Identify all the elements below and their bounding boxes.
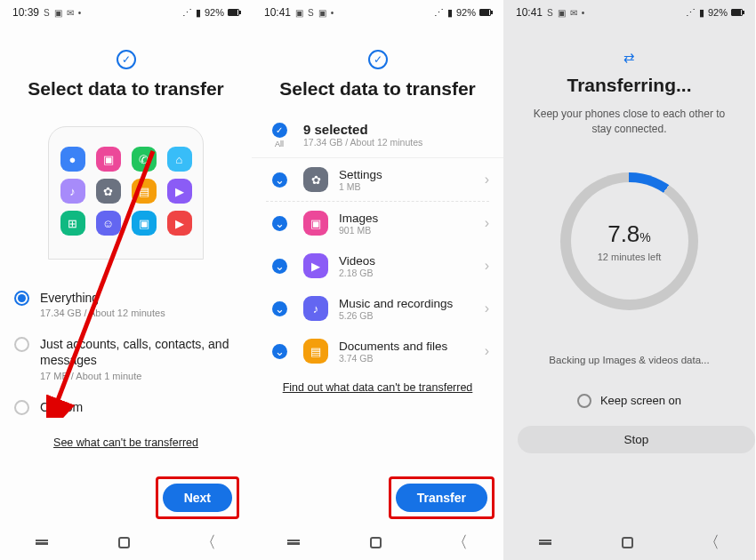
app-icon: ⊞ [60, 211, 85, 236]
transfer-status-text: Backing up Images & videos data... [503, 355, 755, 365]
status-icon: ▣ [318, 8, 326, 18]
nav-bar: 〈 [252, 524, 503, 560]
header-icon-wrap: ✓ [0, 50, 252, 69]
page-subtitle: Keep your phones close to each other to … [503, 107, 755, 137]
option-1[interactable]: Just accounts, calls, contacts, and mess… [14, 327, 237, 389]
nav-back-icon[interactable]: 〈 [704, 532, 720, 553]
nav-back-icon[interactable]: 〈 [200, 532, 216, 553]
nav-back-icon[interactable]: 〈 [452, 532, 468, 553]
chevron-right-icon[interactable]: › [485, 172, 489, 188]
progress-percent: 7.8% [607, 220, 651, 248]
status-icon: S [547, 8, 553, 18]
signal-icon: ▮ [196, 7, 201, 19]
app-icon: ▶ [167, 179, 192, 204]
battery-percent: 92% [205, 7, 224, 18]
option-0[interactable]: Everything 17.34 GB / About 12 minutes [14, 281, 237, 327]
see-limitations-link[interactable]: See what can't be transferred [0, 436, 252, 449]
category-icon: ♪ [303, 296, 328, 321]
option-label: Just accounts, calls, contacts, and mess… [40, 336, 237, 368]
nav-home-icon[interactable] [622, 537, 633, 548]
swap-arrows-icon: ⇄ [623, 52, 635, 63]
screen-select-items: 10:41 ▣ S ▣ • ⋰ ▮ 92% ✓ Select data to t… [252, 0, 503, 560]
battery-icon [731, 9, 743, 16]
status-icon: ▣ [54, 8, 62, 18]
category-icon: ▤ [303, 339, 328, 364]
option-2[interactable]: Custom [14, 390, 237, 424]
app-icon: ▣ [132, 211, 157, 236]
app-icon: ▣ [96, 147, 121, 172]
nav-recents-icon[interactable] [36, 540, 48, 545]
battery-icon [479, 9, 491, 16]
item-size: 3.74 GB [339, 353, 474, 364]
data-item-videos[interactable]: ▶ Videos 2.18 GB › [252, 244, 503, 287]
page-title: Transferring... [503, 75, 755, 96]
item-title: Music and recordings [339, 297, 474, 310]
status-icon: • [582, 8, 585, 18]
select-all-label: All [266, 140, 293, 148]
selected-count: 9 selected [303, 122, 489, 137]
wifi-icon: ⋰ [434, 7, 444, 19]
chevron-right-icon[interactable]: › [485, 258, 489, 274]
option-sub: 17.34 GB / About 12 minutes [40, 308, 165, 318]
option-label: Everything [40, 290, 165, 306]
page-title: Select data to transfer [0, 78, 252, 100]
item-checkbox[interactable] [272, 301, 287, 316]
wifi-icon: ⋰ [182, 7, 192, 19]
nav-home-icon[interactable] [370, 537, 382, 548]
item-title: Images [339, 212, 474, 225]
time-remaining: 12 minutes left [598, 252, 662, 262]
header-icon-wrap: ⇄ [503, 50, 755, 66]
item-checkbox[interactable] [272, 172, 287, 188]
radio-icon[interactable] [14, 291, 29, 306]
radio-icon[interactable] [14, 337, 29, 352]
nav-bar: 〈 [503, 524, 755, 560]
chevron-right-icon[interactable]: › [485, 215, 489, 231]
keep-screen-on-toggle[interactable]: Keep screen on [503, 394, 755, 408]
nav-recents-icon[interactable] [539, 540, 551, 545]
status-bar: 10:41 S ▣ ✉ • ⋰ ▮ 92% [503, 0, 755, 25]
chevron-right-icon[interactable]: › [485, 343, 489, 359]
app-icon: ✆ [132, 147, 157, 172]
data-item-images[interactable]: ▣ Images 901 MB › [252, 202, 503, 244]
transfer-button[interactable]: Transfer [396, 484, 487, 512]
app-icon: ⌂ [167, 147, 192, 172]
status-bar: 10:39 S ▣ ✉ • ⋰ ▮ 92% [0, 0, 252, 25]
next-button[interactable]: Next [163, 484, 232, 512]
annotation-highlight: Transfer [389, 476, 495, 519]
check-circle-icon: ✓ [117, 50, 136, 69]
nav-home-icon[interactable] [118, 537, 130, 548]
status-bar: 10:41 ▣ S ▣ • ⋰ ▮ 92% [252, 0, 503, 25]
app-icon: ▶ [167, 211, 192, 236]
status-icon: • [78, 8, 82, 18]
item-title: Settings [339, 168, 474, 181]
item-size: 5.26 GB [339, 310, 474, 321]
data-item-settings[interactable]: ✿ Settings 1 MB › [252, 158, 503, 201]
status-icon: S [44, 8, 50, 18]
screen-select-data: 10:39 S ▣ ✉ • ⋰ ▮ 92% ✓ Select data to t… [0, 0, 252, 560]
status-time: 10:41 [264, 6, 291, 19]
item-checkbox[interactable] [272, 344, 287, 359]
data-item-documents-and-files[interactable]: ▤ Documents and files 3.74 GB › [252, 330, 503, 372]
item-title: Videos [339, 254, 474, 268]
stop-button[interactable]: Stop [518, 426, 755, 453]
item-checkbox[interactable] [272, 259, 287, 274]
header-icon-wrap: ✓ [252, 50, 503, 69]
status-time: 10:39 [12, 6, 39, 19]
keep-screen-label: Keep screen on [600, 394, 681, 407]
find-out-link[interactable]: Find out what data can't be transferred [252, 381, 503, 394]
status-icon: ✉ [570, 8, 577, 18]
option-label: Custom [40, 399, 83, 415]
category-icon: ▣ [303, 211, 328, 236]
item-size: 2.18 GB [339, 268, 474, 278]
select-all-row[interactable]: All 9 selected 17.34 GB / About 12 minut… [252, 112, 503, 158]
nav-recents-icon[interactable] [287, 540, 300, 545]
chevron-right-icon[interactable]: › [485, 300, 489, 316]
radio-unchecked-icon[interactable] [577, 394, 591, 408]
status-time: 10:41 [516, 6, 543, 19]
select-all-checkbox[interactable] [272, 123, 287, 138]
status-icon: S [308, 8, 314, 18]
radio-icon[interactable] [14, 400, 29, 415]
data-item-music-and-recordings[interactable]: ♪ Music and recordings 5.26 GB › [252, 287, 503, 330]
status-icon: ✉ [67, 8, 74, 18]
item-checkbox[interactable] [272, 216, 287, 231]
